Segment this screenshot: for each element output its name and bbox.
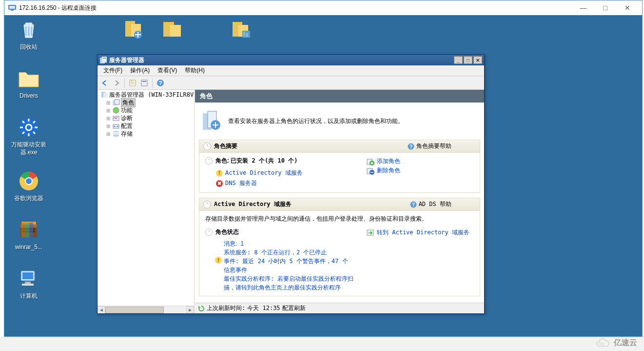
svg-rect-44 [103, 93, 107, 98]
role-item-dns[interactable]: ✖ DNS 服务器 [205, 178, 367, 188]
tree-diagnostics[interactable]: ⊞ 诊断 [98, 114, 193, 122]
recycle-bin-icon [17, 18, 40, 41]
sm-minimize-button[interactable]: _ [454, 56, 463, 64]
warning-icon: ! [215, 257, 222, 264]
svg-rect-39 [141, 80, 147, 86]
menu-action[interactable]: 操作(A) [126, 65, 154, 76]
desktop-icon-driver-tool[interactable]: 万能驱动安装器.exe [10, 116, 47, 156]
remote-desktop[interactable]: 回收站 Drivers 万能驱动安装器.exe 谷歌浏览器 winrar_5.. [4, 15, 642, 336]
tree-horizontal-scrollbar[interactable]: ◄ ► [98, 306, 194, 313]
toolbar-help-button[interactable]: ? [155, 78, 166, 88]
chevron-up-icon[interactable]: ˄ [205, 157, 213, 165]
remove-role-link[interactable]: 删除角色 [367, 166, 474, 175]
status-events[interactable]: ! 事件: 最近 24 小时内 5 个警告事件，47 个信息事件 [215, 257, 367, 274]
svg-point-67 [599, 343, 601, 345]
cloud-icon [595, 338, 611, 348]
svg-text:?: ? [159, 80, 162, 86]
rdp-maximize-button[interactable]: □ [594, 1, 616, 15]
expand-icon[interactable]: ⊞ [105, 131, 111, 137]
sm-close-button[interactable]: ✕ [473, 56, 482, 64]
svg-rect-46 [115, 100, 119, 104]
server-manager-title: 服务器管理器 [109, 56, 453, 64]
status-bpa[interactable]: 最佳实践分析程序: 若要启动最佳实践分析程序扫描，请转到此角色主页上的最佳实践分… [224, 274, 367, 292]
desktop-icon-chrome[interactable]: 谷歌浏览器 [10, 169, 47, 203]
server-manager-window: 服务器管理器 _ □ ✕ 文件(F) 操作(A) 查看(V) 帮助(H) [97, 54, 485, 314]
chevron-up-icon[interactable]: ˄ [203, 143, 211, 150]
status-messages[interactable]: 消息: 1 [224, 239, 367, 248]
adds-title: Active Directory 域服务 [214, 200, 410, 208]
svg-rect-24 [22, 284, 34, 286]
svg-rect-1 [9, 6, 15, 9]
role-status-title: 角色状态 [215, 228, 239, 236]
roles-icon [112, 99, 120, 106]
chevron-up-icon[interactable]: ˄ [203, 201, 211, 208]
tree-roles[interactable]: ⊞ 角色 [98, 99, 193, 106]
adds-description: 存储目录数据并管理用户与域之间的通信，包括用户登录处理、身份验证和目录搜索。 [205, 215, 474, 223]
error-icon: ✖ [216, 180, 223, 187]
expand-icon[interactable]: ⊞ [105, 124, 111, 129]
scroll-thumb[interactable] [105, 307, 164, 313]
adds-help-link[interactable]: ? AD DS 帮助 [410, 200, 451, 208]
chevron-up-icon[interactable]: ˄ [205, 228, 213, 236]
content-panel: 角色 查看安装在服务器上角色的运行状况，以及添加或删除角色和功能。 ˄ 角色摘要 [195, 90, 484, 313]
taskbar-icon-2[interactable] [160, 17, 184, 41]
goto-adds-link[interactable]: 转到 Active Directory 域服务 [367, 228, 474, 237]
role-summary-help-link[interactable]: ? 角色摘要帮助 [408, 142, 451, 150]
svg-rect-40 [142, 81, 146, 82]
toolbar-refresh-button[interactable] [127, 78, 138, 88]
status-time: 今天 12:35 [247, 304, 280, 312]
rdp-titlebar[interactable]: 172.16.16.250 - 远程桌面连接 — □ ✕ [4, 0, 642, 15]
refresh-icon [198, 305, 205, 312]
add-role-link[interactable]: 添加角色 [367, 157, 474, 166]
svg-rect-37 [103, 58, 106, 59]
tree-features[interactable]: ⊞ 功能 [98, 106, 193, 114]
rdp-minimize-button[interactable]: — [572, 1, 594, 15]
tree-panel[interactable]: 服务器管理器 (WIN-33FILR8VU1 ⊞ 角色 ⊞ 功能 ⊞ [98, 90, 195, 313]
features-icon [112, 106, 120, 114]
svg-rect-29 [170, 25, 181, 37]
svg-rect-2 [11, 10, 14, 11]
expand-icon[interactable]: ⊞ [105, 108, 111, 113]
role-item-adds[interactable]: ! Active Directory 域服务 [205, 168, 367, 178]
toolbar-forward-button[interactable] [111, 78, 122, 88]
scroll-right-arrow[interactable]: ► [186, 306, 194, 314]
config-icon [112, 122, 120, 130]
tree-config[interactable]: ⊞ 配置 [98, 122, 193, 130]
menu-help[interactable]: 帮助(H) [181, 65, 209, 76]
svg-text:?: ? [412, 202, 415, 207]
help-icon: ? [408, 143, 414, 150]
content-header: 角色 [195, 90, 484, 103]
menu-view[interactable]: 查看(V) [154, 65, 181, 76]
status-bar: 上次刷新时间: 今天 12:35 配置刷新 [195, 303, 484, 313]
desktop-icon-drivers[interactable]: Drivers [10, 67, 47, 100]
folder-icon [17, 67, 40, 90]
menu-file[interactable]: 文件(F) [99, 65, 126, 76]
tree-storage[interactable]: ⊞ 存储 [98, 130, 193, 138]
expand-icon[interactable]: ⊞ [105, 116, 111, 121]
svg-point-54 [113, 135, 119, 137]
status-config-link[interactable]: 配置刷新 [282, 304, 306, 312]
expand-icon[interactable]: ⊞ [105, 100, 111, 105]
help-icon: ? [410, 201, 417, 208]
svg-rect-33 [243, 32, 245, 37]
svg-point-15 [26, 178, 32, 184]
toolbar-properties-button[interactable] [139, 78, 150, 88]
server-manager-titlebar[interactable]: 服务器管理器 _ □ ✕ [98, 55, 484, 65]
tree-root[interactable]: 服务器管理器 (WIN-33FILR8VU1 [98, 91, 193, 99]
svg-rect-22 [22, 272, 33, 279]
taskbar-icon-1[interactable] [121, 17, 145, 41]
toolbar-back-button[interactable] [99, 78, 110, 88]
warning-icon: ! [216, 170, 223, 177]
desktop-icon-winrar[interactable]: winrar_5... [10, 218, 47, 251]
status-services[interactable]: 系统服务: 8 个正在运行，2 个已停止 [224, 248, 367, 257]
desktop-icon-recycle-bin[interactable]: 回收站 [10, 18, 47, 51]
desktop-icon-computer[interactable]: 计算机 [10, 267, 47, 300]
sm-maximize-button[interactable]: □ [464, 56, 472, 64]
taskbar-icon-3[interactable] [229, 17, 252, 41]
server-manager-toolbar: ? [98, 76, 484, 90]
scroll-left-arrow[interactable]: ◄ [98, 306, 105, 314]
rdp-close-button[interactable]: ✕ [616, 1, 638, 15]
content-scroll[interactable]: 查看安装在服务器上角色的运行状况，以及添加或删除角色和功能。 ˄ 角色摘要 ? … [195, 103, 484, 303]
storage-icon [112, 130, 120, 138]
svg-point-51 [117, 126, 118, 127]
